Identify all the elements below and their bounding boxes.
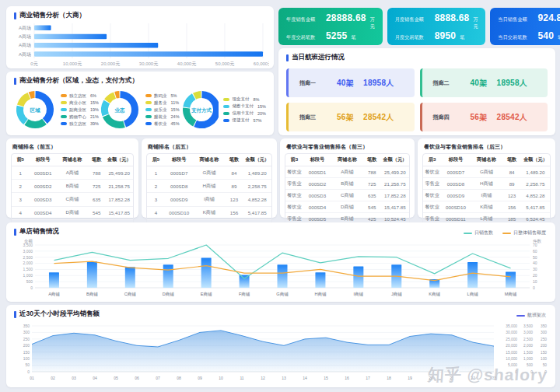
column-header: 笔数 <box>363 154 381 166</box>
legend-item[interactable]: 商业小区15% <box>61 100 99 106</box>
table-cell: 1,489.20 <box>243 166 271 180</box>
table-cell: 000SD3 <box>29 193 57 206</box>
table-cell: 156 <box>226 206 243 219</box>
table-cell: 餐饮业 <box>285 201 303 213</box>
svg-text:A商场: A商场 <box>19 42 31 48</box>
table-title: 餐饮业与零售业销售排名（前三） <box>280 138 415 153</box>
svg-text:20,000: 20,000 <box>506 344 517 348</box>
legend-item-daily-amount[interactable]: 日整体销售额度 <box>502 229 546 236</box>
svg-text:20: 20 <box>533 273 537 278</box>
donut-charts-row: 区域独立店区6%商业小区15%副商业区19%购物中心21%独立店区39%业态数码… <box>6 86 274 131</box>
column-header: 笔数 <box>502 154 520 166</box>
svg-text:19: 19 <box>408 376 412 380</box>
legend-item-flights[interactable]: 航班架次 <box>516 312 546 319</box>
flight-pill-blue: 指廊一40架18958人 <box>286 68 415 97</box>
legend-item[interactable]: 便捷支付57% <box>223 117 266 123</box>
title-accent-bar <box>14 12 16 19</box>
legend-item[interactable]: 娱乐业15% <box>145 107 180 113</box>
table-cell: C商铺 <box>57 193 88 206</box>
legend-label: 独立店区 <box>69 93 86 99</box>
legend-label: 娱乐业 <box>154 107 167 113</box>
svg-text:M商铺: M商铺 <box>505 292 517 296</box>
table-row: 餐饮业000SD4D商铺54515,417.85 <box>285 201 409 213</box>
legend-percent: 45% <box>171 121 180 126</box>
legend-label: 便捷支付 <box>232 117 249 123</box>
legend-swatch <box>223 98 229 101</box>
legend-label: 数码业 <box>154 93 167 99</box>
svg-text:0: 0 <box>30 285 33 290</box>
table-cell: 21,258.75 <box>381 178 409 190</box>
legend-item[interactable]: 独立店区6% <box>61 93 99 99</box>
column-header: 标段号 <box>165 154 194 166</box>
legend-item[interactable]: 储蓄卡支付15% <box>223 103 266 109</box>
legend-item[interactable]: 现金支付8% <box>223 96 266 102</box>
table-cell: K商铺 <box>193 206 225 219</box>
table-cell: 000SD8 <box>441 178 470 190</box>
pier-label: 指廊二 <box>433 79 461 87</box>
svg-text:A商场: A商场 <box>19 25 31 31</box>
legend-swatch <box>145 94 152 97</box>
table-row: 餐饮业000SD1A商铺78825,499.20 <box>285 166 409 178</box>
svg-text:J商铺: J商铺 <box>391 292 402 296</box>
legend-item[interactable]: 服装业24% <box>145 114 180 120</box>
stat-row: 月度交易笔数8950笔 <box>395 30 478 41</box>
legend-item[interactable]: 服务业11% <box>145 100 180 106</box>
legend-item[interactable]: 副商业区19% <box>61 107 99 113</box>
legend-percent: 5% <box>171 93 177 98</box>
table-cell: 2,258.75 <box>243 180 271 193</box>
legend-percent: 15% <box>90 100 99 105</box>
legend-percent: 15% <box>257 104 266 109</box>
svg-text:支付方式: 支付方式 <box>191 107 212 114</box>
flight-count: 56架 <box>337 112 354 123</box>
donut-region: 区域独立店区6%商业小区15%副商业区19%购物中心21%独立店区39% <box>14 89 99 131</box>
legend-item-daily-count[interactable]: 日销售数 <box>464 229 493 236</box>
svg-text:04: 04 <box>93 376 97 380</box>
legend-item[interactable]: 购物中心21% <box>61 114 99 120</box>
svg-text:L商铺: L商铺 <box>467 292 479 296</box>
svg-text:60: 60 <box>533 249 537 254</box>
flight-pill-red: 指廊四56架28542人 <box>420 103 548 131</box>
column-header: 金额（元） <box>521 154 550 166</box>
flight-pill-grid: 指廊一40架18958人指廊二40架18958人指廊三56架28542人指廊四5… <box>278 63 555 131</box>
legend-item[interactable]: 数码业5% <box>145 93 180 99</box>
legend-item[interactable]: 餐饮业45% <box>145 121 180 127</box>
table-title: 餐饮业与零售业销售排名（后三） <box>418 138 555 153</box>
svg-text:K商铺: K商铺 <box>429 292 440 296</box>
store-sales-title: 单店销售情况 <box>19 227 59 236</box>
legend-swatch <box>145 108 152 111</box>
table-cell: A商铺 <box>57 166 88 180</box>
svg-text:A商场: A商场 <box>19 51 31 58</box>
svg-text:40,000元: 40,000元 <box>177 61 196 66</box>
svg-text:06: 06 <box>135 376 139 380</box>
svg-text:2,000: 2,000 <box>23 261 33 265</box>
table-cell: H商铺 <box>193 180 225 193</box>
mall-sales-title: 商业销售分析（大商） <box>19 11 86 20</box>
table-cell: 000SD2 <box>29 180 57 193</box>
column-header: 标段号 <box>441 154 470 166</box>
legend-label: 独立店区 <box>69 121 86 127</box>
table-cell: 000SD8 <box>165 180 194 193</box>
svg-text:H商铺: H商铺 <box>314 292 326 296</box>
flight-count: 40架 <box>471 78 488 89</box>
svg-text:07: 07 <box>156 376 160 380</box>
svg-text:15: 15 <box>324 376 328 380</box>
svg-text:18: 18 <box>387 376 391 380</box>
table-cell: 000SD4 <box>303 201 331 213</box>
flight-pill-green: 指廊二40架18958人 <box>420 68 548 97</box>
svg-text:350: 350 <box>23 324 30 328</box>
flights-title: 当日航班运行情况 <box>292 53 345 62</box>
legend-swatch <box>61 101 67 104</box>
table-cell: 000SD4 <box>29 206 57 219</box>
legend-percent: 24% <box>171 114 180 119</box>
stat-row: 月度销售金额8888.68万元 <box>395 12 478 30</box>
legend-item[interactable]: 独立店区39% <box>61 121 99 127</box>
legend-item[interactable]: 信用卡支付20% <box>223 110 266 116</box>
svg-text:14: 14 <box>303 376 307 380</box>
table-row: 零售业000SD2B商铺72521,258.75 <box>285 178 409 190</box>
svg-text:金额: 金额 <box>24 239 33 243</box>
stat-card-green: 年度销售金额28888.68万元年度交易笔数5255笔 <box>278 8 383 45</box>
legend-label: 副商业区 <box>69 107 86 113</box>
legend-swatch <box>145 101 152 104</box>
table-cell: 156 <box>502 201 520 213</box>
flight-count: 40架 <box>337 78 354 89</box>
